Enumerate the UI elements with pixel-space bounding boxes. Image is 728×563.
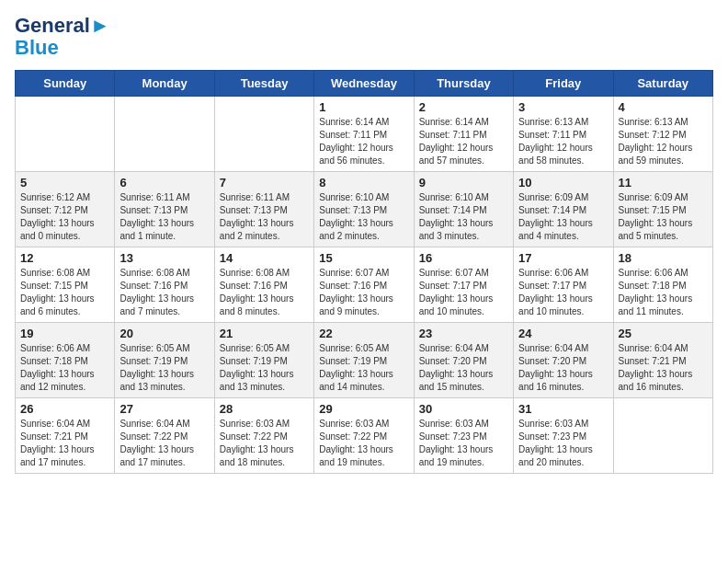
- cal-cell: 2Sunrise: 6:14 AM Sunset: 7:11 PM Daylig…: [414, 97, 513, 172]
- cell-info: Sunrise: 6:11 AM Sunset: 7:13 PM Dayligh…: [220, 191, 309, 243]
- date-number: 29: [319, 402, 408, 416]
- cell-info: Sunrise: 6:05 AM Sunset: 7:19 PM Dayligh…: [119, 342, 209, 394]
- cell-info: Sunrise: 6:09 AM Sunset: 7:15 PM Dayligh…: [619, 191, 708, 243]
- cell-info: Sunrise: 6:13 AM Sunset: 7:12 PM Dayligh…: [619, 116, 708, 167]
- date-number: 3: [518, 100, 608, 114]
- date-number: 6: [119, 176, 209, 190]
- cell-info: Sunrise: 6:12 AM Sunset: 7:12 PM Dayligh…: [20, 191, 109, 243]
- date-number: 4: [619, 100, 708, 114]
- date-number: 14: [220, 251, 309, 265]
- date-number: 15: [319, 251, 408, 265]
- date-number: 18: [619, 251, 708, 265]
- cal-cell: 30Sunrise: 6:03 AM Sunset: 7:23 PM Dayli…: [414, 398, 513, 474]
- date-number: 2: [419, 100, 508, 114]
- cell-info: Sunrise: 6:03 AM Sunset: 7:22 PM Dayligh…: [220, 418, 309, 469]
- week-row-1: 5Sunrise: 6:12 AM Sunset: 7:12 PM Daylig…: [16, 172, 713, 247]
- cell-info: Sunrise: 6:03 AM Sunset: 7:23 PM Dayligh…: [419, 418, 508, 469]
- week-row-0: 1Sunrise: 6:14 AM Sunset: 7:11 PM Daylig…: [16, 97, 713, 172]
- week-row-3: 19Sunrise: 6:06 AM Sunset: 7:18 PM Dayli…: [16, 323, 713, 398]
- day-header-thursday: Thursday: [414, 71, 513, 97]
- cal-cell: 29Sunrise: 6:03 AM Sunset: 7:22 PM Dayli…: [314, 398, 414, 474]
- cal-cell: 31Sunrise: 6:03 AM Sunset: 7:23 PM Dayli…: [514, 398, 613, 474]
- date-number: 19: [20, 327, 109, 340]
- cal-cell: 17Sunrise: 6:06 AM Sunset: 7:17 PM Dayli…: [514, 247, 613, 323]
- date-number: 21: [220, 327, 309, 340]
- cell-info: Sunrise: 6:14 AM Sunset: 7:11 PM Dayligh…: [419, 116, 508, 167]
- day-header-saturday: Saturday: [613, 71, 712, 97]
- cal-cell: 4Sunrise: 6:13 AM Sunset: 7:12 PM Daylig…: [613, 97, 712, 172]
- day-header-friday: Friday: [514, 71, 613, 97]
- cell-info: Sunrise: 6:08 AM Sunset: 7:16 PM Dayligh…: [119, 267, 209, 318]
- cell-info: Sunrise: 6:10 AM Sunset: 7:13 PM Dayligh…: [319, 191, 408, 243]
- cal-cell: [613, 398, 712, 474]
- day-header-wednesday: Wednesday: [314, 71, 414, 97]
- cal-cell: 8Sunrise: 6:10 AM Sunset: 7:13 PM Daylig…: [314, 172, 414, 247]
- cell-info: Sunrise: 6:13 AM Sunset: 7:11 PM Dayligh…: [518, 116, 608, 167]
- cell-info: Sunrise: 6:09 AM Sunset: 7:14 PM Dayligh…: [518, 191, 608, 243]
- cal-cell: 19Sunrise: 6:06 AM Sunset: 7:18 PM Dayli…: [16, 323, 115, 398]
- cal-cell: 21Sunrise: 6:05 AM Sunset: 7:19 PM Dayli…: [214, 323, 313, 398]
- cell-info: Sunrise: 6:10 AM Sunset: 7:14 PM Dayligh…: [419, 191, 508, 243]
- date-number: 10: [518, 176, 608, 190]
- cell-info: Sunrise: 6:07 AM Sunset: 7:17 PM Dayligh…: [419, 267, 508, 318]
- cal-cell: 1Sunrise: 6:14 AM Sunset: 7:11 PM Daylig…: [314, 97, 414, 172]
- cal-cell: 5Sunrise: 6:12 AM Sunset: 7:12 PM Daylig…: [16, 172, 115, 247]
- cal-cell: 20Sunrise: 6:05 AM Sunset: 7:19 PM Dayli…: [115, 323, 214, 398]
- cell-info: Sunrise: 6:08 AM Sunset: 7:16 PM Dayligh…: [220, 267, 309, 318]
- date-number: 17: [518, 251, 608, 265]
- cal-cell: 27Sunrise: 6:04 AM Sunset: 7:22 PM Dayli…: [115, 398, 214, 474]
- cal-cell: [16, 97, 115, 172]
- date-number: 1: [319, 100, 408, 114]
- cal-cell: 16Sunrise: 6:07 AM Sunset: 7:17 PM Dayli…: [414, 247, 513, 323]
- date-number: 31: [518, 402, 608, 416]
- date-number: 5: [20, 176, 109, 190]
- calendar-table: SundayMondayTuesdayWednesdayThursdayFrid…: [15, 70, 713, 474]
- cal-cell: 13Sunrise: 6:08 AM Sunset: 7:16 PM Dayli…: [115, 247, 214, 323]
- cell-info: Sunrise: 6:05 AM Sunset: 7:19 PM Dayligh…: [220, 342, 309, 394]
- date-number: 22: [319, 327, 408, 340]
- cal-cell: 24Sunrise: 6:04 AM Sunset: 7:20 PM Dayli…: [514, 323, 613, 398]
- day-header-tuesday: Tuesday: [214, 71, 313, 97]
- date-number: 28: [220, 402, 309, 416]
- date-number: 27: [119, 402, 209, 416]
- cal-cell: 11Sunrise: 6:09 AM Sunset: 7:15 PM Dayli…: [613, 172, 712, 247]
- date-number: 16: [419, 251, 508, 265]
- cell-info: Sunrise: 6:04 AM Sunset: 7:20 PM Dayligh…: [518, 342, 608, 394]
- cal-cell: 28Sunrise: 6:03 AM Sunset: 7:22 PM Dayli…: [214, 398, 313, 474]
- cell-info: Sunrise: 6:06 AM Sunset: 7:18 PM Dayligh…: [619, 267, 708, 318]
- cell-info: Sunrise: 6:14 AM Sunset: 7:11 PM Dayligh…: [319, 116, 408, 167]
- week-row-4: 26Sunrise: 6:04 AM Sunset: 7:21 PM Dayli…: [16, 398, 713, 474]
- page-header: General►Blue: [15, 15, 713, 59]
- cal-cell: 18Sunrise: 6:06 AM Sunset: 7:18 PM Dayli…: [613, 247, 712, 323]
- cal-cell: 9Sunrise: 6:10 AM Sunset: 7:14 PM Daylig…: [414, 172, 513, 247]
- date-number: 25: [619, 327, 708, 340]
- date-number: 8: [319, 176, 408, 190]
- cell-info: Sunrise: 6:03 AM Sunset: 7:22 PM Dayligh…: [319, 418, 408, 469]
- cal-cell: 7Sunrise: 6:11 AM Sunset: 7:13 PM Daylig…: [214, 172, 313, 247]
- cal-cell: 22Sunrise: 6:05 AM Sunset: 7:19 PM Dayli…: [314, 323, 414, 398]
- cal-cell: 26Sunrise: 6:04 AM Sunset: 7:21 PM Dayli…: [16, 398, 115, 474]
- cal-cell: 15Sunrise: 6:07 AM Sunset: 7:16 PM Dayli…: [314, 247, 414, 323]
- date-number: 23: [419, 327, 508, 340]
- cal-cell: 14Sunrise: 6:08 AM Sunset: 7:16 PM Dayli…: [214, 247, 313, 323]
- cell-info: Sunrise: 6:04 AM Sunset: 7:21 PM Dayligh…: [20, 418, 109, 469]
- cell-info: Sunrise: 6:06 AM Sunset: 7:18 PM Dayligh…: [20, 342, 109, 394]
- cell-info: Sunrise: 6:04 AM Sunset: 7:21 PM Dayligh…: [619, 342, 708, 394]
- cal-cell: 3Sunrise: 6:13 AM Sunset: 7:11 PM Daylig…: [514, 97, 613, 172]
- date-number: 9: [419, 176, 508, 190]
- cell-info: Sunrise: 6:11 AM Sunset: 7:13 PM Dayligh…: [119, 191, 209, 243]
- cal-cell: 25Sunrise: 6:04 AM Sunset: 7:21 PM Dayli…: [613, 323, 712, 398]
- date-number: 24: [518, 327, 608, 340]
- cell-info: Sunrise: 6:06 AM Sunset: 7:17 PM Dayligh…: [518, 267, 608, 318]
- cal-cell: 23Sunrise: 6:04 AM Sunset: 7:20 PM Dayli…: [414, 323, 513, 398]
- cal-cell: 10Sunrise: 6:09 AM Sunset: 7:14 PM Dayli…: [514, 172, 613, 247]
- cal-cell: 6Sunrise: 6:11 AM Sunset: 7:13 PM Daylig…: [115, 172, 214, 247]
- cell-info: Sunrise: 6:03 AM Sunset: 7:23 PM Dayligh…: [518, 418, 608, 469]
- cell-info: Sunrise: 6:07 AM Sunset: 7:16 PM Dayligh…: [319, 267, 408, 318]
- header-row: SundayMondayTuesdayWednesdayThursdayFrid…: [16, 71, 713, 97]
- cal-cell: [214, 97, 313, 172]
- date-number: 26: [20, 402, 109, 416]
- cell-info: Sunrise: 6:08 AM Sunset: 7:15 PM Dayligh…: [20, 267, 109, 318]
- cell-info: Sunrise: 6:04 AM Sunset: 7:20 PM Dayligh…: [419, 342, 508, 394]
- cal-cell: [115, 97, 214, 172]
